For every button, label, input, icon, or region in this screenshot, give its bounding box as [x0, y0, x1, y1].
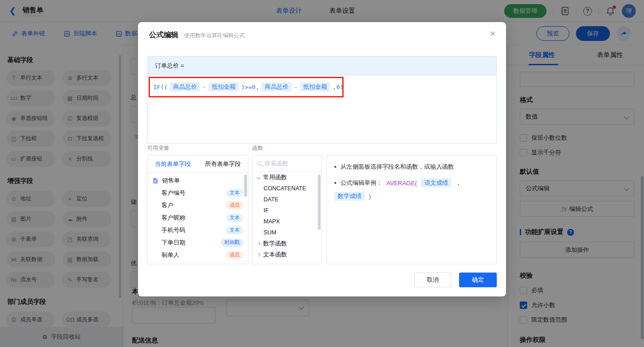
function-item[interactable]: DATE: [253, 194, 322, 205]
variable-row[interactable]: 制单人成员: [148, 249, 248, 261]
help-panel: 从左侧面板选择字段名和函数，或输入函数 公式编辑举例： AVERAGE( 语文成…: [327, 155, 497, 264]
variable-row[interactable]: 客户昵称文本: [148, 211, 248, 224]
field-chip[interactable]: 抵扣金额: [208, 82, 239, 91]
example-comma: ，: [455, 179, 461, 187]
example-field-chip: 数学成绩: [334, 192, 365, 201]
functions-panel: 常用函数 CONCATENATE DATE IF MAPX SUM 数学函数 文…: [252, 155, 322, 264]
chevron-down-icon: [257, 176, 260, 179]
type-badge: 文本: [226, 226, 243, 234]
help-line-1: 从左侧面板选择字段名和函数，或输入函数: [334, 163, 489, 171]
function-item[interactable]: MAPX: [253, 216, 322, 227]
function-item[interactable]: IF: [253, 205, 322, 216]
variable-row[interactable]: 客户编号文本: [148, 187, 248, 199]
tab-all-form-fields[interactable]: 所有表单字段: [198, 155, 248, 172]
group-text-functions[interactable]: 文本函数: [253, 249, 322, 260]
example-function-name: AVERAGE(: [386, 180, 417, 187]
variables-label: 可用变量: [147, 144, 169, 152]
formula-token: ,0): [333, 84, 343, 91]
type-badge: 文本: [226, 214, 243, 222]
chevron-right-icon: [257, 242, 260, 245]
chevron-right-icon: [257, 253, 260, 256]
modal-title: 公式编辑: [149, 30, 178, 40]
tab-current-form-fields[interactable]: 当前表单字段: [148, 155, 198, 172]
formula-token: -: [294, 84, 298, 91]
variable-row[interactable]: 客户成员: [148, 199, 248, 211]
variables-tabs: 当前表单字段 所有表单字段: [148, 155, 248, 173]
cancel-button[interactable]: 取消: [414, 273, 451, 287]
example-close-paren: ): [369, 193, 371, 200]
group-math-functions[interactable]: 数学函数: [253, 238, 322, 249]
modal-header: 公式编辑 使用数学运算符编辑公式: [138, 22, 506, 40]
field-chip[interactable]: 抵扣金额: [300, 82, 330, 91]
functions-label: 函数: [252, 144, 263, 152]
confirm-button[interactable]: 确定: [459, 273, 497, 287]
form-tree-root[interactable]: 销售单: [148, 173, 248, 187]
modal-subtitle: 使用数学运算符编辑公式: [184, 32, 245, 40]
field-chip[interactable]: 商品总价: [170, 82, 200, 91]
formula-token: -: [202, 84, 206, 91]
field-chip[interactable]: 商品总价: [261, 82, 292, 91]
form-designer-app: ❮ 销售单 表单设计 表单设置 数据管理 ?: [0, 0, 644, 347]
document-icon: [152, 177, 159, 184]
formula-token: IF((: [153, 84, 167, 91]
modal-footer: 取消 确定: [414, 273, 497, 287]
search-input[interactable]: [264, 160, 317, 167]
search-icon: [257, 161, 261, 165]
function-item[interactable]: CONCATENATE: [253, 183, 322, 194]
functions-scrollbar[interactable]: [318, 175, 321, 230]
bullet-dot: [334, 166, 336, 168]
variable-row[interactable]: 下单日期时间戳: [148, 236, 248, 249]
formula-target: 订单总价 =: [148, 57, 496, 75]
help-line-2: 公式编辑举例： AVERAGE( 语文成绩 ， 数学成绩 ): [334, 178, 489, 201]
type-badge: 时间戳: [221, 239, 243, 247]
type-badge: 文本: [226, 189, 243, 197]
group-common-functions[interactable]: 常用函数: [253, 172, 322, 183]
close-icon[interactable]: ✕: [490, 29, 496, 38]
formula-edit-modal: 公式编辑 使用数学运算符编辑公式 ✕ 订单总价 = IF(( 商品总价 - 抵扣…: [138, 22, 506, 296]
type-badge: 成员: [226, 201, 243, 210]
formula-editor: 订单总价 = IF(( 商品总价 - 抵扣金额 )>=0, 商品总价 - 抵扣金…: [147, 56, 497, 143]
function-search: [253, 155, 322, 172]
variable-row[interactable]: 手机号码文本: [148, 224, 248, 236]
function-item[interactable]: SUM: [253, 227, 322, 238]
variables-panel: 当前表单字段 所有表单字段 销售单 客户编号文本 客户成员 客户昵称文本 手机号…: [147, 155, 248, 264]
bullet-dot: [334, 182, 336, 184]
example-field-chip: 语文成绩: [421, 178, 451, 188]
variables-scrollbar[interactable]: [244, 175, 247, 197]
formula-token: )>=0,: [241, 84, 259, 91]
formula-input-area[interactable]: IF(( 商品总价 - 抵扣金额 )>=0, 商品总价 - 抵扣金额 ,0): [148, 75, 496, 98]
type-badge: 成员: [226, 251, 243, 259]
